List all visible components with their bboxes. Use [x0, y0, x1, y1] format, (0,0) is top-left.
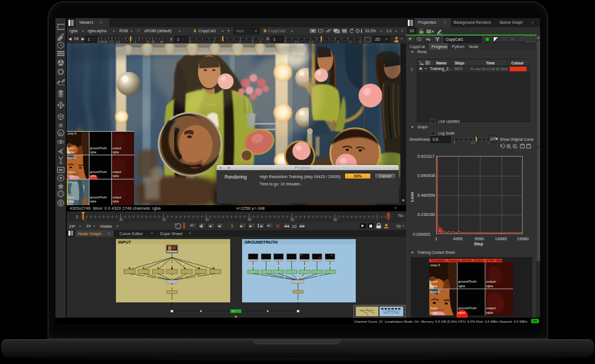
svg-text:rgba: rgba — [430, 284, 438, 288]
svg-text:groundTruth: groundTruth — [90, 170, 107, 174]
svg-text:rgba: rgba — [486, 284, 493, 288]
svg-text:crop 3: crop 3 — [68, 132, 76, 135]
svg-text:GROUNDTRUTH: GROUNDTRUTH — [244, 240, 278, 245]
svg-text:output: output — [113, 146, 122, 150]
svg-text:groundTruth: groundTruth — [458, 280, 476, 283]
svg-text:input: input — [68, 196, 75, 199]
svg-text:D: D — [59, 131, 63, 136]
svg-text:rgba: rgba — [90, 150, 97, 154]
svg-text:rgba: rgba — [68, 150, 75, 154]
svg-text:70: 70 — [386, 213, 390, 216]
svg-text:rgba: rgba — [68, 174, 75, 177]
svg-text:input: input — [68, 146, 75, 150]
svg-text:input: input — [430, 280, 438, 283]
svg-text:groundTruth: groundTruth — [90, 146, 107, 150]
svg-text:0: 0 — [454, 141, 455, 144]
svg-text:output: output — [113, 170, 122, 174]
svg-text:INPUT: INPUT — [118, 240, 131, 245]
svg-text:output: output — [113, 196, 122, 199]
svg-text:20: 20 — [162, 218, 166, 222]
svg-text:crop 3: crop 3 — [430, 263, 440, 267]
svg-text:rgba: rgba — [113, 174, 119, 177]
svg-text:groundTruth: groundTruth — [90, 196, 107, 199]
svg-text:rgba: rgba — [458, 311, 465, 314]
svg-text:output: output — [486, 306, 495, 310]
svg-text:10: 10 — [119, 218, 123, 222]
svg-text:groundTruth: groundTruth — [458, 306, 476, 310]
svg-text:output: output — [486, 280, 495, 283]
svg-text:0.5: 0.5 — [471, 141, 475, 144]
svg-text:40: 40 — [247, 218, 252, 222]
svg-text:rgba: rgba — [113, 200, 119, 203]
svg-text:rgba: rgba — [90, 174, 97, 177]
svg-text:rgba: rgba — [486, 311, 493, 314]
svg-text:rgba: rgba — [430, 311, 438, 314]
svg-text:crop 1: crop 1 — [68, 180, 76, 184]
svg-text:60: 60 — [333, 218, 338, 222]
svg-text:50: 50 — [290, 218, 295, 222]
svg-text:crop 2: crop 2 — [430, 290, 440, 293]
svg-text:rgba: rgba — [458, 284, 465, 288]
svg-text:rgba: rgba — [68, 200, 75, 203]
svg-text:rgba: rgba — [90, 200, 97, 203]
svg-text:30: 30 — [205, 218, 209, 222]
svg-text:rgba: rgba — [113, 150, 119, 154]
svg-text:input: input — [68, 170, 75, 174]
svg-text:crop 2: crop 2 — [68, 156, 76, 159]
svg-text:input: input — [430, 306, 438, 310]
